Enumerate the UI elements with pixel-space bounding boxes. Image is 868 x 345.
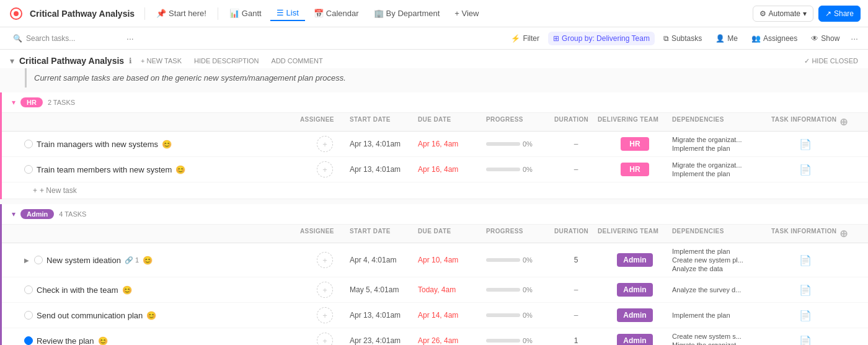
adm-task2-emoji: 😊 [122, 285, 132, 295]
adm-task1-assignee: + [300, 252, 350, 268]
assignee-avatar[interactable]: + [317, 282, 333, 298]
tab-add-view[interactable]: + View [448, 6, 485, 20]
admin-group: ▾ Admin 4 TASKS ASSIGNEE START DATE DUE … [0, 204, 868, 345]
subtask-indicator: 🔗 1 [125, 256, 139, 264]
add-comment-button[interactable]: ADD COMMENT [268, 56, 327, 66]
add-column-button-admin[interactable]: ⊕ [839, 228, 848, 239]
add-column-button[interactable]: ⊕ [839, 117, 848, 127]
add-task-icon: + [33, 186, 37, 195]
info-icon[interactable]: ℹ [129, 56, 132, 65]
adm-task4-info: 📄 [771, 335, 839, 346]
hr-group-header: ▾ HR 2 TASKS [2, 92, 868, 113]
dep-item: Create new system pl... [672, 256, 771, 264]
automate-button[interactable]: ⚙ Automate ▾ [753, 6, 813, 22]
assignee-avatar[interactable]: + [317, 252, 333, 268]
main-content: ▾ Critical Pathway Analysis ℹ + NEW TASK… [0, 50, 868, 345]
dep-item: Analyze the survey d... [672, 286, 771, 293]
hr-task2-due: Apr 16, 4am [418, 165, 486, 174]
filter-button[interactable]: ⚡ Filter [506, 32, 544, 45]
col-assignee: ASSIGNEE [300, 228, 350, 240]
group-by-button[interactable]: ⊞ Group by: Delivering Team [548, 32, 655, 45]
hide-description-button[interactable]: HIDE DESCRIPTION [190, 56, 263, 66]
hr-add-task-row[interactable]: + + New task [2, 182, 868, 199]
section-collapse-button[interactable]: ▾ [10, 56, 14, 66]
new-task-button[interactable]: + NEW TASK [137, 56, 185, 66]
adm-task1-check[interactable] [34, 256, 43, 264]
hr-task1-progress: 0% [486, 140, 554, 148]
adm-task2-check[interactable] [24, 285, 33, 294]
gantt-icon: 📊 [229, 9, 239, 18]
task-info-icon[interactable]: 📄 [799, 254, 812, 266]
adm-task2-name-cell: Check in with the team 😊 [24, 285, 300, 295]
progress-text: 0% [523, 286, 533, 293]
tab-gantt[interactable]: 📊 Gantt [223, 6, 268, 20]
adm-task2-deps: Analyze the survey d... [672, 286, 771, 293]
assignee-avatar[interactable]: + [317, 136, 333, 152]
subtasks-button[interactable]: ⧉ Subtasks [658, 32, 707, 45]
col-add: ⊕ [839, 116, 858, 128]
col-task [24, 228, 300, 240]
share-button[interactable]: ↗ Share [818, 6, 861, 22]
task-info-icon[interactable]: 📄 [799, 138, 812, 150]
hr-group-collapse[interactable]: ▾ [12, 98, 16, 107]
admin-group-collapse[interactable]: ▾ [12, 210, 16, 218]
filter-icon: ⚡ [511, 34, 520, 43]
description-text: Current sample tasks are based on the ge… [34, 73, 346, 83]
share-icon: ↗ [825, 9, 831, 18]
hr-task1-info: 📄 [771, 138, 839, 150]
tab-list[interactable]: ☰ List [270, 6, 305, 21]
hide-closed-button[interactable]: ✓ HIDE CLOSED [804, 57, 858, 65]
col-task [24, 116, 300, 128]
adm-task2-delivering: Admin [598, 283, 672, 297]
show-button[interactable]: 👁 Show [806, 32, 844, 45]
group-icon: ⊞ [553, 34, 559, 43]
search-more-button[interactable]: ··· [124, 32, 136, 45]
assignee-avatar[interactable]: + [317, 307, 333, 323]
assignees-button[interactable]: 👥 Assignees [746, 32, 802, 45]
col-duration: DURATION [554, 228, 598, 240]
dep-item: Migrate the organizat... [672, 161, 771, 169]
adm-task1-start: Apr 4, 4:01am [350, 256, 418, 264]
department-icon: 🏢 [374, 9, 384, 18]
hr-task1-emoji: 😊 [162, 140, 172, 149]
toolbar-more-button[interactable]: ··· [848, 32, 861, 45]
adm-task1-label: New system ideation [46, 256, 121, 265]
hr-task2-emoji: 😊 [175, 165, 185, 174]
hr-task1-start: Apr 13, 4:01am [350, 140, 418, 148]
col-dependencies: DEPENDENCIES [672, 116, 771, 128]
task-info-icon[interactable]: 📄 [799, 284, 812, 296]
adm-task2-progress: 0% [486, 286, 554, 293]
tab-by-department[interactable]: 🏢 By Department [368, 6, 446, 20]
col-duration: DURATION [554, 116, 598, 128]
adm-task3-emoji: 😊 [146, 311, 156, 320]
adm-task4-delivering: Admin [598, 334, 672, 345]
hr-task2-check[interactable] [24, 165, 33, 174]
col-assignee: ASSIGNEE [300, 116, 350, 128]
add-view-label: + View [454, 9, 479, 18]
progress-bar [486, 258, 520, 262]
col-due-date: DUE DATE [418, 116, 486, 128]
task-info-icon[interactable]: 📄 [799, 335, 812, 346]
expand-icon[interactable]: ▶ [24, 257, 30, 264]
progress-text: 0% [523, 256, 533, 264]
adm-task3-label: Send out communication plan [37, 311, 143, 320]
table-row: Train team members with new system 😊 + A… [2, 157, 868, 182]
dep-item: Implement the plan [672, 311, 771, 319]
subtasks-icon: ⧉ [663, 34, 669, 43]
assignee-avatar[interactable]: + [317, 161, 333, 177]
task-info-icon[interactable]: 📄 [799, 164, 812, 176]
adm-task3-check[interactable] [24, 311, 33, 320]
tab-start-here[interactable]: 📌 Start here! [150, 6, 213, 20]
task-info-icon[interactable]: 📄 [799, 310, 812, 321]
search-box[interactable]: 🔍 Search tasks... [7, 31, 119, 46]
hr-task1-check[interactable] [24, 140, 33, 148]
hr-task2-info: 📄 [771, 164, 839, 176]
hr-task1-assignee: + [300, 136, 350, 152]
section-description: Current sample tasks are based on the ge… [25, 68, 861, 87]
assignee-avatar[interactable]: + [317, 333, 333, 345]
progress-bar [486, 288, 520, 292]
me-button[interactable]: 👤 Me [711, 32, 743, 45]
adm-task2-info: 📄 [771, 284, 839, 296]
tab-calendar[interactable]: 📅 Calendar [308, 6, 365, 20]
adm-task4-check[interactable] [24, 336, 33, 345]
